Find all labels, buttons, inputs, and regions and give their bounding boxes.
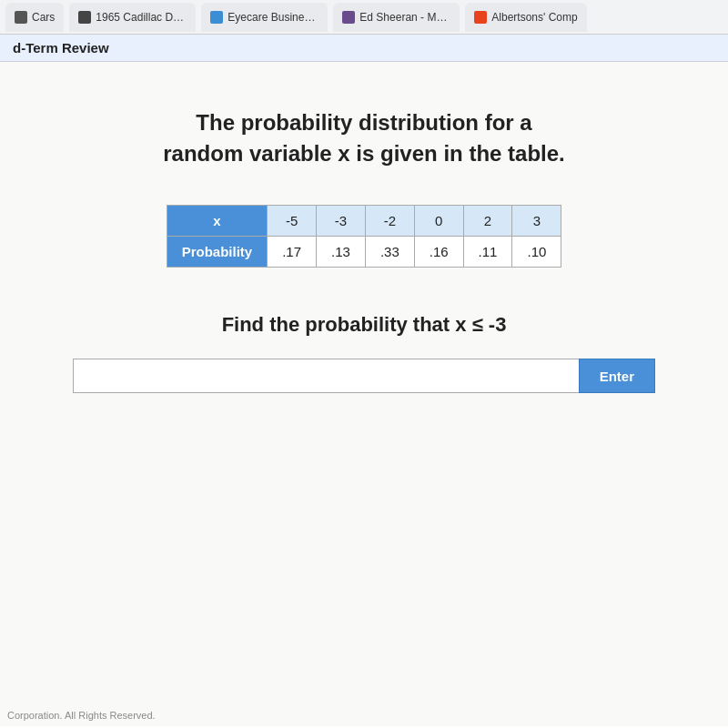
x-val-4: 2	[463, 206, 512, 237]
x-val-2: -2	[365, 206, 414, 237]
page-title-bar: d-Term Review	[0, 35, 728, 62]
find-prob-label: Find the probability that x ≤ -3	[222, 313, 507, 336]
cars-favicon-icon	[15, 11, 27, 24]
browser-tab-bar: Cars 1965 Cadillac DeVil... Eyecare Busi…	[0, 0, 728, 35]
prob-val-5: .10	[512, 237, 561, 268]
prob-val-4: .11	[463, 237, 512, 268]
prob-val-0: .17	[268, 237, 317, 268]
main-content: The probability distribution for a rando…	[0, 62, 728, 726]
page-title: d-Term Review	[13, 40, 109, 56]
cadillac-favicon-icon	[78, 11, 91, 24]
tab-cars[interactable]: Cars	[5, 3, 64, 32]
prob-val-2: .33	[365, 237, 414, 268]
question-title-line2: random variable x is given in the table.	[163, 141, 564, 166]
edsheeran-favicon-icon	[342, 11, 355, 24]
prob-row-header: Probability	[167, 237, 268, 268]
answer-row: Enter	[73, 359, 655, 393]
tab-albertsons[interactable]: Albertsons' Comp	[465, 3, 586, 32]
tab-cars-label: Cars	[32, 11, 55, 24]
tab-albertsons-label: Albertsons' Comp	[491, 11, 577, 24]
prob-val-3: .16	[414, 237, 463, 268]
tab-eyecare-label: Eyecare Business -...	[228, 11, 318, 24]
x-val-5: 3	[512, 206, 561, 237]
tab-cadillac[interactable]: 1965 Cadillac DeVil...	[69, 3, 196, 32]
x-val-0: -5	[268, 206, 317, 237]
footer-text: Corporation. All Rights Reserved.	[7, 710, 156, 721]
probability-table-wrapper: x -5 -3 -2 0 2 3 Probability .17 .13 .33…	[167, 205, 562, 268]
find-prob-text: Find the probability that x ≤ -3	[222, 313, 507, 337]
x-row-header: x	[167, 206, 268, 237]
table-prob-row: Probability .17 .13 .33 .16 .11 .10	[167, 237, 561, 268]
footer: Corporation. All Rights Reserved.	[7, 710, 156, 721]
tab-edsheeran-label: Ed Sheeran - MYFR...	[359, 11, 450, 24]
tab-edsheeran[interactable]: Ed Sheeran - MYFR...	[333, 3, 460, 32]
enter-button[interactable]: Enter	[579, 359, 655, 393]
prob-val-1: .13	[317, 237, 366, 268]
albertsons-favicon-icon	[474, 11, 487, 24]
x-val-1: -3	[317, 206, 366, 237]
question-title: The probability distribution for a rando…	[163, 107, 564, 168]
eyecare-favicon-icon	[210, 11, 223, 24]
tab-cadillac-label: 1965 Cadillac DeVil...	[96, 11, 187, 24]
x-val-3: 0	[414, 206, 463, 237]
question-title-line1: The probability distribution for a	[196, 110, 531, 135]
answer-input[interactable]	[73, 359, 579, 393]
probability-table: x -5 -3 -2 0 2 3 Probability .17 .13 .33…	[167, 205, 562, 268]
tab-eyecare[interactable]: Eyecare Business -...	[201, 3, 328, 32]
table-x-row: x -5 -3 -2 0 2 3	[167, 206, 561, 237]
